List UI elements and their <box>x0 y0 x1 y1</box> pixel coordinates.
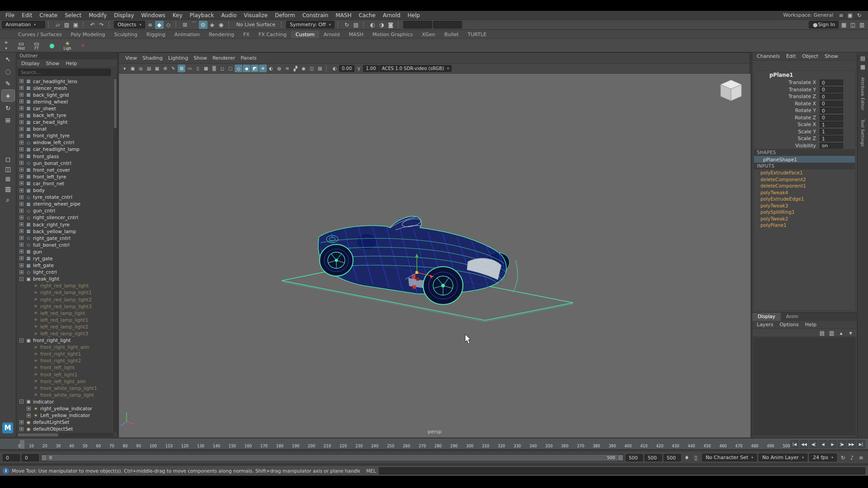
go-to-end-button[interactable]: ▶| <box>857 440 865 448</box>
outliner-item[interactable]: +◉defaultObjectSet <box>17 426 113 432</box>
view-cube[interactable] <box>719 78 743 103</box>
outliner-item[interactable]: +▦car_head_light <box>17 119 113 126</box>
time-tick[interactable]: 240 <box>371 444 378 448</box>
live-surface-label[interactable]: No Live Surface <box>234 22 278 28</box>
pmenu-channels[interactable]: Channels <box>754 53 783 59</box>
status-grip[interactable] <box>108 22 111 28</box>
time-tick[interactable]: 90 <box>136 444 141 448</box>
range-slider-bar[interactable]: 0 500 <box>41 454 624 461</box>
save-scene-icon[interactable]: ▣ <box>71 21 80 29</box>
pmenu-show[interactable]: Show <box>43 61 62 66</box>
pmenu-show[interactable]: Show <box>191 55 210 61</box>
outliner-item[interactable]: +☀front_left_light <box>17 364 113 371</box>
expand-toggle[interactable]: + <box>19 229 24 233</box>
pmenu-panels[interactable]: Panels <box>238 55 259 61</box>
expand-toggle[interactable]: + <box>19 222 24 226</box>
menu-item-audio[interactable]: Audio <box>217 12 240 19</box>
shaded-icon[interactable]: ◆ <box>243 65 250 72</box>
expand-toggle[interactable]: + <box>19 420 24 424</box>
sign-in-button[interactable]: ●Sign In <box>809 21 839 28</box>
command-language-label[interactable]: MEL <box>366 468 376 474</box>
time-tick[interactable]: 250 <box>387 444 394 448</box>
outliner-item[interactable]: +▦car_headlight_lamp <box>17 146 113 153</box>
expand-toggle[interactable]: + <box>19 243 24 247</box>
status-grip[interactable] <box>281 22 283 28</box>
render-current-frame-icon[interactable]: ◐ <box>368 21 377 29</box>
step-forward-frame-button[interactable]: |▶ <box>838 440 846 448</box>
outliner-item[interactable]: +☀Left_yellow_indicator <box>17 412 113 419</box>
camera-attributes-icon[interactable]: ◎ <box>137 65 145 72</box>
outliner-item[interactable]: +◇tyre_rotate_cntrl <box>17 194 113 201</box>
mel-command-input[interactable] <box>379 467 865 474</box>
time-tick[interactable]: 50 <box>83 444 88 448</box>
color-space-dropdown[interactable]: ACES 1.0 SDR-video (sRGB) <box>379 65 452 72</box>
time-tick[interactable]: 350 <box>545 444 552 448</box>
menu-item-visualize[interactable]: Visualize <box>240 12 271 19</box>
time-tick[interactable]: 380 <box>593 444 600 448</box>
time-tick[interactable]: 260 <box>403 444 410 448</box>
input-node[interactable]: deleteComponent1 <box>754 183 855 189</box>
status-grip[interactable] <box>363 22 366 28</box>
time-tick[interactable]: 360 <box>561 444 568 448</box>
snap-to-point-icon[interactable]: ⊙ <box>199 21 208 29</box>
time-tick[interactable]: 70 <box>109 444 114 448</box>
workspace-save-icon[interactable]: ▣ <box>846 11 854 19</box>
outliner-item[interactable]: +☀right_red_lamp_light <box>17 282 113 289</box>
viewport-canvas[interactable]: persp <box>119 74 750 437</box>
outliner-item[interactable]: +◇full_bonet_cntrl <box>17 241 113 248</box>
time-tick[interactable]: 80 <box>123 444 127 448</box>
gamma-field[interactable]: 1.00 <box>363 65 378 72</box>
expand-toggle[interactable]: + <box>19 263 24 267</box>
time-tick[interactable]: 470 <box>735 444 742 448</box>
ipr-render-icon[interactable]: ◑ <box>377 21 386 29</box>
open-scene-icon[interactable]: ▨ <box>62 21 71 29</box>
character-set-dropdown[interactable]: No Character Set <box>702 454 757 461</box>
rchip-0[interactable]: 0 <box>22 454 39 461</box>
expand-toggle[interactable]: + <box>19 113 24 117</box>
outliner-toggle-icon[interactable]: ▥ <box>858 21 866 29</box>
outliner-item[interactable]: +▦left_gate <box>17 262 113 269</box>
use-all-lights-icon[interactable]: ☀ <box>259 65 267 72</box>
outliner-item[interactable]: +▦front_left_tyre <box>17 173 113 180</box>
outliner-horizontal-scrollbar[interactable] <box>17 433 113 437</box>
field-chart-icon[interactable]: ▒ <box>210 65 218 72</box>
rchip-0[interactable]: 0 <box>3 454 20 461</box>
layer-list[interactable] <box>754 338 855 435</box>
move-tool[interactable]: + <box>2 90 14 101</box>
step-back-key-button[interactable]: ◀◀ <box>800 440 808 448</box>
anim-snapshot-icon[interactable]: ▯ <box>692 454 700 462</box>
expand-toggle[interactable]: + <box>19 86 24 90</box>
image-plane-icon[interactable]: ▦ <box>153 65 161 72</box>
grid-layout-icon[interactable]: ▦ <box>840 21 848 29</box>
shelf-tab-curves-surfaces[interactable]: Curves / Surfaces <box>14 31 66 38</box>
shelf-tab-rendering[interactable]: Rendering <box>204 31 239 38</box>
go-to-start-button[interactable]: |◀ <box>790 440 799 448</box>
outliner-item[interactable]: +▦back_yellow_lamp <box>17 228 113 235</box>
bookmarks-icon[interactable]: ▤ <box>145 65 153 72</box>
redo-icon[interactable]: ↷ <box>97 21 106 29</box>
outliner-item[interactable]: +☀front_left_light1 <box>17 371 113 378</box>
outliner-item[interactable]: +☀front_white_lamp_light1 <box>17 385 113 391</box>
pmenu-view[interactable]: View <box>123 55 140 61</box>
grid-icon[interactable]: ⊞ <box>178 65 185 72</box>
expand-toggle[interactable]: + <box>19 256 24 260</box>
channel-attribute-value[interactable]: 0 <box>820 87 843 93</box>
outliner-item[interactable]: +◇light_cntrl <box>17 269 113 276</box>
undo-icon[interactable]: ↶ <box>88 21 97 29</box>
shelf-tab-turtle[interactable]: TURTLE <box>463 31 491 38</box>
menu-item-help[interactable]: Help <box>404 12 424 19</box>
expand-toggle[interactable]: + <box>19 120 24 124</box>
channel-attribute-value[interactable]: on <box>820 143 843 149</box>
shelf-tab-animation[interactable]: Animation <box>170 31 204 38</box>
time-tick[interactable]: 400 <box>624 444 632 448</box>
rchip-500[interactable]: 500 <box>664 454 681 461</box>
time-tick[interactable]: 20 <box>42 444 47 448</box>
time-tick[interactable]: 210 <box>324 444 331 448</box>
outliner-item[interactable]: +▦bonat <box>17 126 113 132</box>
pmenu-edit[interactable]: Edit <box>783 53 798 59</box>
shelf-tab-custom[interactable]: Custom <box>291 31 319 38</box>
outliner-item[interactable]: +☀left_red_lamp_light2 <box>17 323 113 330</box>
front-wheel[interactable] <box>320 244 353 276</box>
resolution-gate-icon[interactable]: ▯ <box>194 65 202 72</box>
rotate-tool[interactable]: ↻ <box>2 102 14 113</box>
